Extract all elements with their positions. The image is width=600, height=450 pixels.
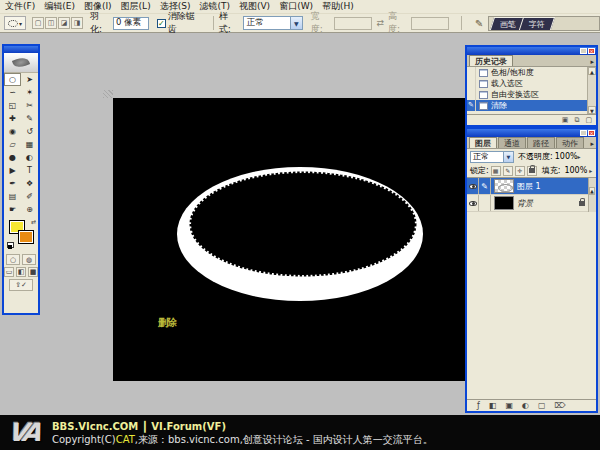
layer-name[interactable]: 背景: [517, 198, 533, 209]
tool-blur[interactable]: ●: [4, 151, 21, 164]
layer-mask-icon[interactable]: ◧: [489, 401, 497, 410]
lock-all-icon[interactable]: [527, 166, 537, 176]
style-dropdown[interactable]: 正常 ▼: [243, 16, 303, 30]
antialias-checkbox[interactable]: ✓: [157, 19, 166, 28]
tool-pen[interactable]: ✒: [4, 177, 21, 190]
new-snapshot-icon[interactable]: ⧉: [574, 116, 579, 124]
tool-healing-brush[interactable]: ✚: [4, 112, 21, 125]
delete-state-icon[interactable]: ▢: [585, 116, 592, 124]
history-source-cell[interactable]: [467, 67, 476, 78]
history-titlebar[interactable]: ×: [467, 47, 596, 55]
new-document-from-state-icon[interactable]: ▣: [562, 116, 569, 124]
tool-slice[interactable]: ✂: [21, 99, 38, 112]
lock-transparency-icon[interactable]: ▦: [491, 166, 501, 176]
link-cell[interactable]: ✎: [479, 178, 491, 194]
new-layer-icon[interactable]: ▢: [538, 401, 546, 410]
tool-move[interactable]: ➤: [21, 73, 38, 86]
link-cell[interactable]: [479, 195, 491, 211]
panel-menu-icon[interactable]: ▸: [590, 140, 594, 148]
delete-layer-icon[interactable]: ⌦: [555, 401, 566, 410]
menu-edit[interactable]: 编辑(E): [44, 0, 75, 13]
tool-elliptical-marquee[interactable]: ○: [4, 73, 21, 86]
history-item-clear[interactable]: ✎ 清除: [467, 100, 587, 111]
jump-to-imageready-button[interactable]: ⇪✓: [9, 279, 33, 291]
layer-name[interactable]: 图层 1: [517, 181, 541, 192]
scroll-down-icon[interactable]: ▼: [588, 106, 596, 114]
menu-layer[interactable]: 图层(L): [121, 0, 151, 13]
history-source-cell[interactable]: [467, 89, 476, 100]
visibility-cell[interactable]: [467, 195, 479, 211]
history-scrollbar[interactable]: ▲ ▼: [587, 67, 596, 114]
tool-history-brush[interactable]: ↺: [21, 125, 38, 138]
close-icon[interactable]: ×: [588, 130, 595, 136]
layer-set-icon[interactable]: ▣: [505, 401, 513, 410]
layer-row-layer1[interactable]: ✎ 图层 1: [467, 178, 588, 195]
palette-well-tab-character[interactable]: 字符: [519, 17, 555, 30]
history-source-cell[interactable]: [467, 78, 476, 89]
tool-brush[interactable]: ✎: [21, 112, 38, 125]
opacity-popup-icon[interactable]: ▸: [578, 153, 581, 160]
history-item-hue-saturation[interactable]: 色相/饱和度: [467, 67, 587, 78]
tool-eyedropper[interactable]: ✐: [21, 190, 38, 203]
menu-window[interactable]: 窗口(W): [279, 0, 313, 13]
active-tool-button[interactable]: ▾: [4, 16, 26, 30]
layers-scrollbar[interactable]: ▲: [588, 178, 596, 212]
tab-paths[interactable]: 路径: [527, 137, 555, 148]
fullscreen-menubar-button[interactable]: ◧: [16, 267, 26, 277]
tab-history[interactable]: 历史记录: [469, 55, 513, 66]
visibility-cell[interactable]: [467, 178, 479, 194]
document-canvas[interactable]: 删除: [113, 98, 465, 381]
menu-view[interactable]: 视图(V): [239, 0, 270, 13]
scroll-up-icon[interactable]: ▲: [588, 67, 596, 75]
background-color-swatch[interactable]: [18, 230, 34, 244]
layers-titlebar[interactable]: ×: [467, 129, 596, 137]
scroll-up-icon[interactable]: ▲: [589, 187, 595, 195]
tool-dodge[interactable]: ◐: [21, 151, 38, 164]
tool-path-selection[interactable]: ▶: [4, 164, 21, 177]
toolbox-titlebar[interactable]: [4, 46, 38, 53]
lock-image-icon[interactable]: ✎: [503, 166, 513, 176]
intersect-selection-button[interactable]: ◨: [71, 17, 83, 29]
lock-position-icon[interactable]: ✛: [515, 166, 525, 176]
history-item-load-selection[interactable]: 载入选区: [467, 78, 587, 89]
tool-zoom[interactable]: ⊕: [21, 203, 38, 216]
standard-mode-button[interactable]: ○: [6, 254, 20, 265]
tool-eraser[interactable]: ▱: [4, 138, 21, 151]
tool-crop[interactable]: ◱: [4, 99, 21, 112]
history-brush-source-icon[interactable]: ✎: [467, 100, 476, 111]
panel-menu-icon[interactable]: ▸: [590, 58, 594, 66]
blend-mode-dropdown[interactable]: 正常 ▼: [470, 151, 514, 163]
standard-screen-button[interactable]: ▭: [4, 267, 14, 277]
minimize-icon[interactable]: [580, 48, 587, 54]
fill-popup-icon[interactable]: ▸: [589, 167, 592, 174]
tool-custom-shape[interactable]: ❖: [21, 177, 38, 190]
tab-layers[interactable]: 图层: [469, 137, 497, 148]
swap-colors-icon[interactable]: ⇄: [31, 218, 36, 225]
menu-file[interactable]: 文件(F): [5, 0, 35, 13]
feather-input[interactable]: 0 像素: [113, 17, 149, 30]
adjustment-layer-icon[interactable]: ◐: [522, 401, 529, 410]
tool-magic-wand[interactable]: ✶: [21, 86, 38, 99]
layer-thumbnail[interactable]: [494, 196, 514, 210]
fullscreen-button[interactable]: ■: [28, 267, 38, 277]
tool-notes[interactable]: ▤: [4, 190, 21, 203]
new-selection-button[interactable]: ▢: [32, 17, 44, 29]
tool-gradient[interactable]: ▦: [21, 138, 38, 151]
tool-lasso[interactable]: ∽: [4, 86, 21, 99]
default-colors-icon[interactable]: [7, 242, 14, 248]
add-selection-button[interactable]: ◫: [45, 17, 57, 29]
quick-mask-mode-button[interactable]: ◍: [22, 254, 36, 265]
layer-style-icon[interactable]: ƒ: [477, 401, 480, 410]
layer-thumbnail[interactable]: [494, 179, 514, 193]
subtract-selection-button[interactable]: ◪: [58, 17, 70, 29]
tool-type[interactable]: T: [21, 164, 38, 177]
tab-actions[interactable]: 动作: [556, 137, 584, 148]
tool-clone-stamp[interactable]: ◉: [4, 125, 21, 138]
layer-row-background[interactable]: 背景: [467, 195, 588, 212]
minimize-icon[interactable]: [580, 130, 587, 136]
close-icon[interactable]: ×: [588, 48, 595, 54]
brush-preset-icon[interactable]: ✎: [475, 18, 483, 29]
history-item-free-transform[interactable]: 自由变换选区: [467, 89, 587, 100]
opacity-value[interactable]: 100%: [555, 152, 578, 161]
tab-channels[interactable]: 通道: [498, 137, 526, 148]
